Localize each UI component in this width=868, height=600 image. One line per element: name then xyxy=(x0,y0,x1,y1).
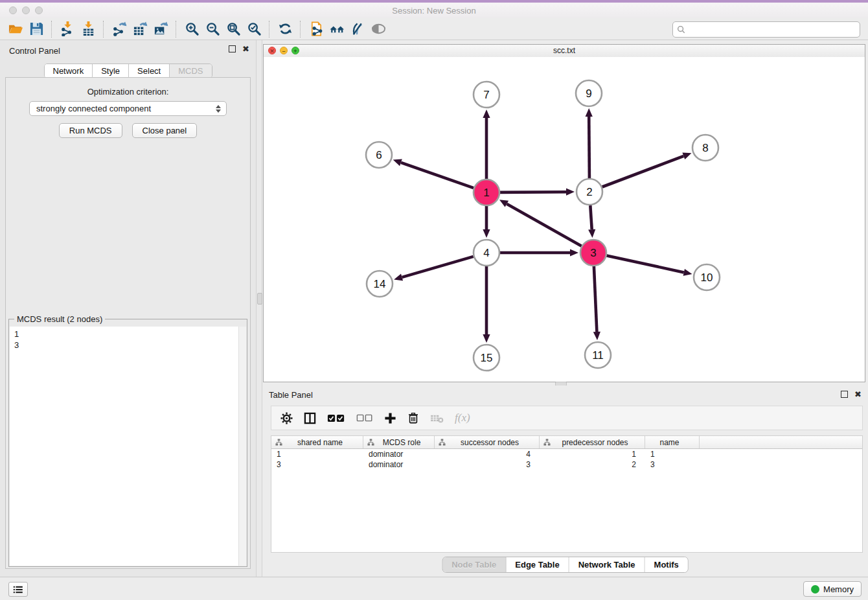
float-panel-icon[interactable] xyxy=(229,45,236,52)
save-session-button[interactable] xyxy=(26,20,47,38)
tab-network[interactable]: Network xyxy=(44,64,93,78)
edge-4-15[interactable] xyxy=(483,266,490,343)
column-type-icon xyxy=(275,439,282,446)
optimization-criterion-label: Optimization criterion: xyxy=(6,87,250,97)
apply-layout-icon xyxy=(278,21,293,36)
network-window-titlebar: ✕ – + scc.txt xyxy=(264,45,865,58)
close-panel-icon[interactable]: ✖ xyxy=(242,46,249,52)
tab-select[interactable]: Select xyxy=(129,64,170,78)
network-canvas[interactable]: 7968124314101511 xyxy=(264,57,865,382)
edge-1-7[interactable] xyxy=(483,110,490,179)
apply-layout-button[interactable] xyxy=(275,20,295,38)
edge-2-8[interactable] xyxy=(602,153,692,187)
create-column-button[interactable] xyxy=(384,412,396,424)
tab-edge-table[interactable]: Edge Table xyxy=(506,557,569,572)
edge-1-2[interactable] xyxy=(500,189,575,196)
table-row[interactable]: 3dominator323 xyxy=(271,459,862,470)
edge-2-9[interactable] xyxy=(586,108,593,178)
edge-3-10[interactable] xyxy=(607,256,692,276)
close-table-panel-icon[interactable]: ✖ xyxy=(854,391,862,397)
edge-4-14[interactable] xyxy=(394,257,474,281)
import-table-button[interactable] xyxy=(78,20,98,38)
column-header-predecessor-nodes[interactable]: predecessor nodes xyxy=(540,436,645,448)
mcds-result-line: 1 xyxy=(14,329,242,340)
zoom-selected-button[interactable] xyxy=(244,20,264,38)
delete-table-button[interactable] xyxy=(430,413,444,423)
edge-1-4[interactable] xyxy=(483,206,490,238)
edge-2-3[interactable] xyxy=(588,205,595,238)
edge-3-1[interactable] xyxy=(499,200,582,246)
node-9[interactable]: 9 xyxy=(576,80,602,106)
zoom-in-button[interactable] xyxy=(181,20,202,38)
close-panel-button[interactable]: Close panel xyxy=(132,123,198,138)
column-type-icon xyxy=(367,439,374,446)
export-table-icon xyxy=(133,21,148,36)
import-network-icon xyxy=(60,21,75,36)
show-columns-button[interactable] xyxy=(304,412,316,424)
node-1[interactable]: 1 xyxy=(474,179,499,205)
duplicate-network-button[interactable] xyxy=(306,20,326,38)
edge-1-6[interactable] xyxy=(393,159,474,189)
node-7[interactable]: 7 xyxy=(474,82,499,108)
node-4[interactable]: 4 xyxy=(474,240,499,266)
network-zoom-button[interactable]: + xyxy=(291,47,299,54)
node-2[interactable]: 2 xyxy=(577,179,602,205)
unselect-all-columns-button[interactable] xyxy=(356,413,373,422)
mcds-result-scrollbar[interactable] xyxy=(238,327,246,566)
export-table-button[interactable] xyxy=(130,20,150,38)
column-header-successor-nodes[interactable]: successor nodes xyxy=(435,436,540,448)
function-builder-button[interactable]: f(x) xyxy=(455,411,470,424)
memory-label: Memory xyxy=(823,584,854,594)
import-network-button[interactable] xyxy=(57,20,78,38)
node-table: shared nameMCDS rolesuccessor nodesprede… xyxy=(271,435,863,553)
task-history-button[interactable] xyxy=(8,582,28,597)
control-panel-window-icons: ✖ xyxy=(229,45,249,52)
node-11[interactable]: 11 xyxy=(585,342,611,368)
tab-network-table[interactable]: Network Table xyxy=(569,557,645,572)
mcds-result-textarea[interactable]: 13 xyxy=(10,327,246,566)
export-image-icon xyxy=(154,21,168,36)
column-header-shared-name[interactable]: shared name xyxy=(271,436,363,448)
network-close-button[interactable]: ✕ xyxy=(268,47,276,54)
zoom-fit-button[interactable] xyxy=(223,20,244,38)
network-minimize-button[interactable]: – xyxy=(280,47,288,54)
run-mcds-button[interactable]: Run MCDS xyxy=(59,123,122,138)
column-label: MCDS role xyxy=(374,438,434,447)
tab-mcds[interactable]: MCDS xyxy=(170,64,211,78)
edge-3-11[interactable] xyxy=(593,266,600,340)
tab-motifs[interactable]: Motifs xyxy=(645,557,688,572)
node-3[interactable]: 3 xyxy=(580,240,606,266)
network-home-button[interactable] xyxy=(326,20,347,38)
show-eye-button[interactable] xyxy=(368,20,389,38)
node-14[interactable]: 14 xyxy=(367,271,393,297)
node-15[interactable]: 15 xyxy=(474,345,499,371)
tab-node-table[interactable]: Node Table xyxy=(442,557,506,572)
column-header-MCDS-role[interactable]: MCDS role xyxy=(363,436,435,448)
memory-button[interactable]: Memory xyxy=(803,581,862,597)
table-mode-gear-icon xyxy=(280,412,293,424)
search-input[interactable] xyxy=(688,23,860,36)
hide-style-button[interactable] xyxy=(347,20,368,38)
table-cell: 1 xyxy=(540,449,645,459)
table-row[interactable]: 1dominator411 xyxy=(271,449,862,459)
node-8[interactable]: 8 xyxy=(692,135,718,161)
open-session-button[interactable] xyxy=(5,20,26,38)
column-header-name[interactable]: name xyxy=(645,436,700,448)
edge-4-3[interactable] xyxy=(500,249,578,256)
optimization-criterion-select[interactable]: strongly connected component xyxy=(29,101,227,116)
node-10[interactable]: 10 xyxy=(694,264,720,290)
node-6[interactable]: 6 xyxy=(366,142,392,168)
vertical-split-divider[interactable] xyxy=(256,40,262,577)
select-all-columns-button[interactable] xyxy=(327,413,345,423)
float-table-panel-icon[interactable] xyxy=(841,391,848,398)
delete-columns-button[interactable] xyxy=(407,412,419,424)
network-view-window: ✕ – + scc.txt 7968124314101511 xyxy=(263,44,865,382)
create-column-icon xyxy=(384,412,396,424)
table-mode-gear-button[interactable] xyxy=(280,412,293,424)
table-cell: 3 xyxy=(435,459,540,470)
export-image-button[interactable] xyxy=(150,20,171,38)
zoom-out-button[interactable] xyxy=(202,20,223,38)
export-network-button[interactable] xyxy=(109,20,130,38)
vertical-split-handle[interactable] xyxy=(257,293,262,305)
tab-style[interactable]: Style xyxy=(93,64,129,78)
